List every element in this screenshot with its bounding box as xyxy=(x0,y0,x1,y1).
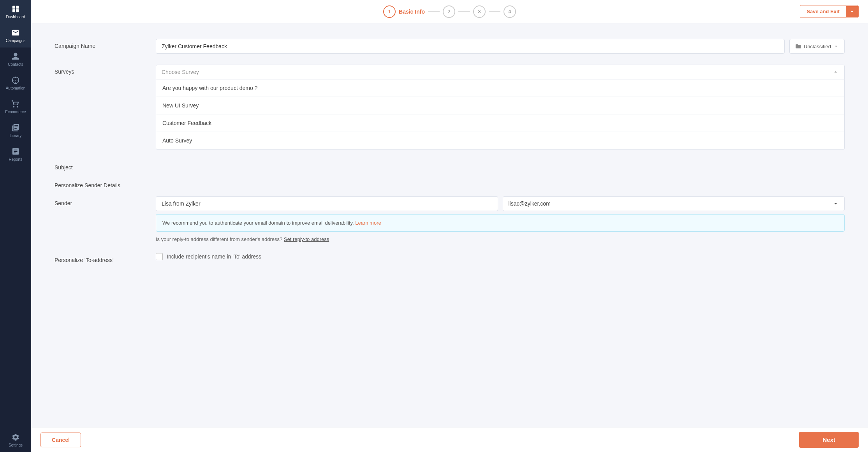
learn-more-link[interactable]: Learn more xyxy=(355,220,381,226)
step-3: 3 xyxy=(473,5,486,18)
svg-rect-2 xyxy=(12,9,15,12)
sender-label: Sender xyxy=(55,196,156,206)
subject-row: Subject xyxy=(55,160,845,171)
sender-email-value: lisac@zylker.com xyxy=(509,200,551,207)
sender-row: Sender lisac@zylker.com We recommend you… xyxy=(55,196,845,242)
sender-email-select[interactable]: lisac@zylker.com xyxy=(503,196,845,211)
step-circle-1[interactable]: 1 xyxy=(383,5,396,18)
step-circle-4[interactable]: 4 xyxy=(504,5,516,18)
sidebar-item-settings[interactable]: Settings xyxy=(0,428,31,452)
save-exit-main[interactable]: Save and Exit xyxy=(800,5,846,18)
step-label-1: Basic Info xyxy=(399,9,425,15)
sidebar-item-library[interactable]: Library xyxy=(0,119,31,142)
bottom-bar: Cancel Next xyxy=(31,427,868,452)
campaigns-icon xyxy=(11,28,20,37)
surveys-select[interactable]: Choose Survey xyxy=(156,65,845,79)
campaign-name-input[interactable] xyxy=(156,39,785,54)
topbar: 1 Basic Info 2 3 4 xyxy=(31,0,868,23)
sender-inputs: lisac@zylker.com xyxy=(156,196,845,211)
chevron-down-icon-email xyxy=(833,200,839,207)
reports-icon xyxy=(11,147,20,156)
personalize-sender-row: Personalize Sender Details xyxy=(55,178,845,188)
folder-icon xyxy=(795,43,801,49)
sidebar-item-automation[interactable]: Automation xyxy=(0,71,31,95)
choose-survey-placeholder: Choose Survey xyxy=(162,69,199,75)
step-2: 2 xyxy=(443,5,455,18)
personalize-to-label: Personalize 'To-address' xyxy=(55,253,156,263)
library-icon xyxy=(11,123,20,132)
sender-name-input[interactable] xyxy=(156,196,498,211)
sidebar: Dashboard Campaigns Contacts Automation … xyxy=(0,0,31,452)
include-recipient-row: Include recipient's name in 'To' address xyxy=(156,253,845,260)
campaign-name-row: Campaign Name Unclassified xyxy=(55,39,845,54)
survey-options-list: Are you happy with our product demo ? Ne… xyxy=(156,79,845,149)
svg-rect-0 xyxy=(12,6,15,9)
surveys-control: Choose Survey Are you happy with our pro… xyxy=(156,65,845,149)
sidebar-item-label-settings: Settings xyxy=(9,443,23,447)
chevron-down-icon xyxy=(850,9,854,14)
reply-to-row: Is your reply-to address different from … xyxy=(156,236,845,242)
cancel-button[interactable]: Cancel xyxy=(40,433,81,447)
reply-to-text: Is your reply-to address different from … xyxy=(156,236,282,242)
sidebar-item-label-reports: Reports xyxy=(9,157,22,162)
form-area: Campaign Name Unclassified xyxy=(31,23,868,427)
sidebar-item-label-campaigns: Campaigns xyxy=(6,39,26,43)
campaign-name-input-row: Unclassified xyxy=(156,39,845,54)
sidebar-item-campaigns[interactable]: Campaigns xyxy=(0,24,31,47)
sidebar-item-reports[interactable]: Reports xyxy=(0,142,31,166)
step-line-2 xyxy=(458,11,470,12)
unclassified-button[interactable]: Unclassified xyxy=(789,39,845,54)
next-button[interactable]: Next xyxy=(799,432,859,448)
contacts-icon xyxy=(11,52,20,61)
step-1: 1 Basic Info xyxy=(383,5,425,18)
survey-option-0[interactable]: Are you happy with our product demo ? xyxy=(156,79,844,97)
chevron-up-icon xyxy=(833,69,839,75)
sidebar-item-ecommerce[interactable]: Ecommerce xyxy=(0,95,31,119)
step-4: 4 xyxy=(504,5,516,18)
surveys-row: Surveys Choose Survey Are you happy with… xyxy=(55,65,845,149)
personalize-to-row: Personalize 'To-address' Include recipie… xyxy=(55,253,845,263)
sidebar-item-label-automation: Automation xyxy=(6,86,26,90)
include-recipient-checkbox[interactable] xyxy=(156,253,163,260)
ecommerce-icon xyxy=(11,100,20,108)
unclassified-label: Unclassified xyxy=(804,44,831,49)
dashboard-icon xyxy=(11,5,20,13)
stepper: 1 Basic Info 2 3 4 xyxy=(383,5,516,18)
survey-option-3[interactable]: Auto Survey xyxy=(156,132,844,149)
campaign-name-control: Unclassified xyxy=(156,39,845,54)
surveys-label: Surveys xyxy=(55,65,156,75)
automation-icon xyxy=(11,76,20,84)
include-recipient-label: Include recipient's name in 'To' address xyxy=(167,253,261,260)
main-content: 1 Basic Info 2 3 4 xyxy=(31,0,868,452)
set-reply-link[interactable]: Set reply-to address xyxy=(284,236,329,242)
sidebar-item-label-dashboard: Dashboard xyxy=(6,15,25,19)
svg-rect-3 xyxy=(16,9,19,12)
personalize-to-control: Include recipient's name in 'To' address xyxy=(156,253,845,260)
step-line-3 xyxy=(489,11,500,12)
subject-label: Subject xyxy=(55,160,156,171)
svg-rect-1 xyxy=(16,6,19,9)
settings-icon xyxy=(11,433,20,441)
step-circle-2[interactable]: 2 xyxy=(443,5,455,18)
step-line-1 xyxy=(428,11,440,12)
survey-option-2[interactable]: Customer Feedback xyxy=(156,114,844,132)
personalize-sender-label: Personalize Sender Details xyxy=(55,178,156,188)
sender-control: lisac@zylker.com We recommend you to aut… xyxy=(156,196,845,242)
sidebar-item-label-contacts: Contacts xyxy=(8,62,23,67)
info-banner: We recommend you to authenticate your em… xyxy=(156,214,845,232)
sidebar-item-label-ecommerce: Ecommerce xyxy=(5,110,26,114)
save-exit-dropdown[interactable] xyxy=(846,6,858,17)
chevron-down-icon-unclassified xyxy=(833,44,839,49)
sidebar-item-contacts[interactable]: Contacts xyxy=(0,47,31,71)
info-banner-text: We recommend you to authenticate your em… xyxy=(162,220,354,226)
survey-option-1[interactable]: New UI Survey xyxy=(156,97,844,114)
campaign-name-label: Campaign Name xyxy=(55,39,156,49)
step-circle-3[interactable]: 3 xyxy=(473,5,486,18)
sidebar-item-dashboard[interactable]: Dashboard xyxy=(0,0,31,24)
sidebar-item-label-library: Library xyxy=(10,134,22,138)
save-exit-button[interactable]: Save and Exit xyxy=(800,5,859,18)
